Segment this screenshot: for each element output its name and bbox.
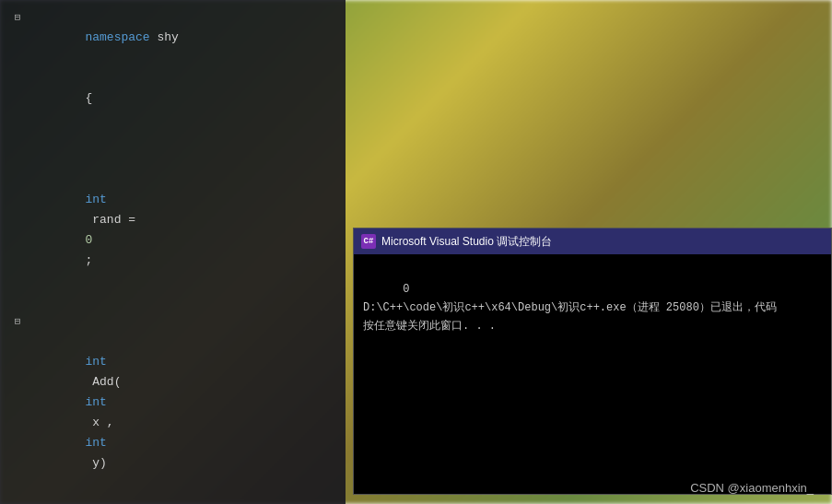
code-line-2: { xyxy=(0,68,346,129)
vs-icon: C# xyxy=(361,234,376,249)
console-titlebar: C# Microsoft Visual Studio 调试控制台 xyxy=(354,229,831,254)
console-window: C# Microsoft Visual Studio 调试控制台 0 D:\C+… xyxy=(353,228,832,495)
vs-icon-text: C# xyxy=(364,237,374,246)
code-line-5 xyxy=(0,291,346,311)
line-content-7: { xyxy=(28,494,338,504)
watermark: CSDN @xiaomenhxin_ xyxy=(690,481,814,495)
console-body: 0 D:\C++\code\初识c++\x64\Debug\初识c++.exe（… xyxy=(354,254,831,494)
add-func-name: Add( xyxy=(85,375,121,389)
keyword-int-y: int xyxy=(85,436,106,450)
line-content-2: { xyxy=(28,68,338,129)
keyword-int-x: int xyxy=(85,395,106,409)
keyword-namespace: namespace xyxy=(85,30,149,44)
ns-name: shy xyxy=(150,30,179,44)
code-line-1: ⊟ namespace shy xyxy=(0,7,346,68)
line-content-1: namespace shy xyxy=(28,7,338,68)
semicolon-1: ; xyxy=(85,253,92,267)
gutter-1: ⊟ xyxy=(0,7,28,28)
code-line-6: ⊟ int Add( int x , int y) xyxy=(0,311,346,494)
code-content: ⊟ namespace shy { int rand = 0 xyxy=(0,0,346,504)
output-line1: 0 xyxy=(403,283,409,296)
brace-open: { xyxy=(85,91,92,105)
code-line-3 xyxy=(0,129,346,149)
line-content-6: int Add( int x , int y) xyxy=(28,311,338,494)
rand-decl: rand = xyxy=(85,213,142,227)
code-editor: ⊟ namespace shy { int rand = 0 xyxy=(0,0,346,504)
console-title: Microsoft Visual Studio 调试控制台 xyxy=(381,234,824,250)
code-line-7: { xyxy=(0,494,346,504)
zero-literal: 0 xyxy=(85,233,92,247)
output-line3: 按任意键关闭此窗口. . . xyxy=(363,320,496,333)
line-content-4: int rand = 0 ; xyxy=(28,149,338,291)
param-x: x , xyxy=(85,416,113,429)
output-line2: D:\C++\code\初识c++\x64\Debug\初识c++.exe（进程… xyxy=(363,301,777,314)
collapse-add[interactable]: ⊟ xyxy=(11,311,24,332)
keyword-int-rand: int xyxy=(85,193,106,206)
code-line-4: int rand = 0 ; xyxy=(0,149,346,291)
gutter-6: ⊟ xyxy=(0,311,28,332)
param-y: y) xyxy=(85,456,106,470)
collapse-1[interactable]: ⊟ xyxy=(11,7,24,28)
console-output: 0 D:\C++\code\初识c++\x64\Debug\初识c++.exe（… xyxy=(363,262,822,354)
keyword-int-add: int xyxy=(85,355,106,369)
